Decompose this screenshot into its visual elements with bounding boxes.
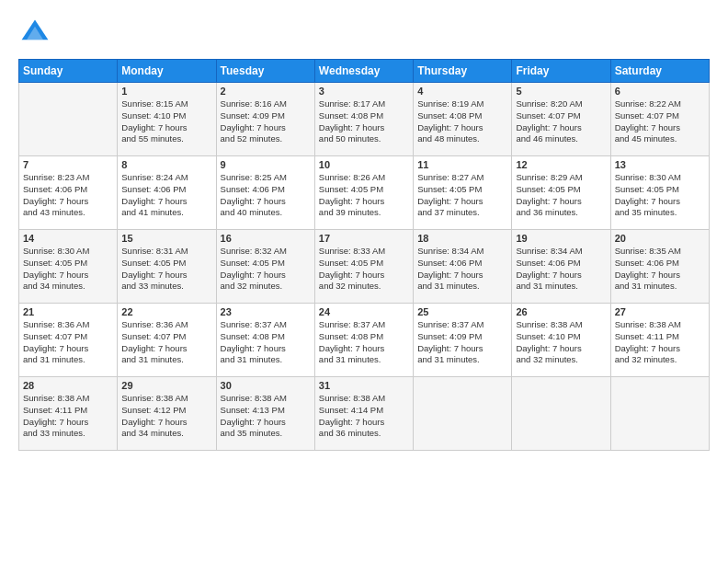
day-info: Sunrise: 8:32 AM Sunset: 4:05 PM Dayligh… (221, 246, 311, 293)
day-info: Sunrise: 8:34 AM Sunset: 4:06 PM Dayligh… (417, 246, 507, 293)
day-cell: 25Sunrise: 8:37 AM Sunset: 4:09 PM Dayli… (414, 304, 512, 377)
day-cell: 27Sunrise: 8:38 AM Sunset: 4:11 PM Dayli… (610, 304, 709, 377)
day-cell: 30Sunrise: 8:38 AM Sunset: 4:13 PM Dayli… (216, 377, 314, 451)
logo-icon (18, 17, 51, 50)
day-info: Sunrise: 8:38 AM Sunset: 4:12 PM Dayligh… (121, 393, 211, 440)
day-info: Sunrise: 8:37 AM Sunset: 4:08 PM Dayligh… (221, 319, 311, 366)
day-cell: 24Sunrise: 8:37 AM Sunset: 4:08 PM Dayli… (314, 304, 413, 377)
day-cell: 23Sunrise: 8:37 AM Sunset: 4:08 PM Dayli… (216, 304, 314, 377)
day-info: Sunrise: 8:38 AM Sunset: 4:11 PM Dayligh… (23, 393, 113, 440)
day-number: 9 (221, 159, 311, 170)
day-number: 5 (516, 86, 606, 97)
day-cell: 10Sunrise: 8:26 AM Sunset: 4:05 PM Dayli… (314, 156, 413, 230)
day-number: 26 (516, 306, 606, 317)
day-cell: 6Sunrise: 8:22 AM Sunset: 4:07 PM Daylig… (610, 83, 709, 156)
day-info: Sunrise: 8:23 AM Sunset: 4:06 PM Dayligh… (23, 172, 113, 219)
day-number: 30 (221, 380, 311, 391)
day-cell: 21Sunrise: 8:36 AM Sunset: 4:07 PM Dayli… (19, 304, 118, 377)
week-row-3: 21Sunrise: 8:36 AM Sunset: 4:07 PM Dayli… (19, 304, 710, 377)
day-number: 17 (319, 233, 409, 244)
day-number: 6 (615, 86, 705, 97)
day-cell: 15Sunrise: 8:31 AM Sunset: 4:05 PM Dayli… (118, 230, 216, 304)
day-info: Sunrise: 8:24 AM Sunset: 4:06 PM Dayligh… (121, 172, 211, 219)
day-info: Sunrise: 8:16 AM Sunset: 4:09 PM Dayligh… (221, 98, 311, 145)
day-number: 24 (319, 306, 409, 317)
week-row-2: 14Sunrise: 8:30 AM Sunset: 4:05 PM Dayli… (19, 230, 710, 304)
day-info: Sunrise: 8:38 AM Sunset: 4:14 PM Dayligh… (319, 393, 409, 440)
day-info: Sunrise: 8:27 AM Sunset: 4:05 PM Dayligh… (417, 172, 507, 219)
day-number: 7 (23, 159, 113, 170)
day-number: 1 (121, 86, 211, 97)
day-number: 22 (121, 306, 211, 317)
day-cell: 26Sunrise: 8:38 AM Sunset: 4:10 PM Dayli… (512, 304, 610, 377)
day-info: Sunrise: 8:38 AM Sunset: 4:13 PM Dayligh… (221, 393, 311, 440)
day-cell: 19Sunrise: 8:34 AM Sunset: 4:06 PM Dayli… (512, 230, 610, 304)
day-cell: 11Sunrise: 8:27 AM Sunset: 4:05 PM Dayli… (414, 156, 512, 230)
day-cell: 20Sunrise: 8:35 AM Sunset: 4:06 PM Dayli… (610, 230, 709, 304)
day-number: 15 (121, 233, 211, 244)
week-row-4: 28Sunrise: 8:38 AM Sunset: 4:11 PM Dayli… (19, 377, 710, 451)
day-info: Sunrise: 8:31 AM Sunset: 4:05 PM Dayligh… (121, 246, 211, 293)
day-number: 8 (121, 159, 211, 170)
day-info: Sunrise: 8:36 AM Sunset: 4:07 PM Dayligh… (121, 319, 211, 366)
day-number: 10 (319, 159, 409, 170)
day-number: 12 (516, 159, 606, 170)
day-info: Sunrise: 8:38 AM Sunset: 4:10 PM Dayligh… (516, 319, 606, 366)
day-info: Sunrise: 8:34 AM Sunset: 4:06 PM Dayligh… (516, 246, 606, 293)
header-row: SundayMondayTuesdayWednesdayThursdayFrid… (19, 60, 710, 83)
header-cell-tuesday: Tuesday (216, 60, 314, 83)
day-info: Sunrise: 8:35 AM Sunset: 4:06 PM Dayligh… (615, 246, 705, 293)
day-number: 21 (23, 306, 113, 317)
day-cell (512, 377, 610, 451)
day-number: 29 (121, 380, 211, 391)
day-cell: 18Sunrise: 8:34 AM Sunset: 4:06 PM Dayli… (414, 230, 512, 304)
day-cell: 17Sunrise: 8:33 AM Sunset: 4:05 PM Dayli… (314, 230, 413, 304)
day-number: 18 (417, 233, 507, 244)
day-cell: 28Sunrise: 8:38 AM Sunset: 4:11 PM Dayli… (19, 377, 118, 451)
day-number: 25 (417, 306, 507, 317)
day-cell: 7Sunrise: 8:23 AM Sunset: 4:06 PM Daylig… (19, 156, 118, 230)
day-cell: 2Sunrise: 8:16 AM Sunset: 4:09 PM Daylig… (216, 83, 314, 156)
header-cell-thursday: Thursday (414, 60, 512, 83)
day-info: Sunrise: 8:30 AM Sunset: 4:05 PM Dayligh… (615, 172, 705, 219)
day-cell: 8Sunrise: 8:24 AM Sunset: 4:06 PM Daylig… (118, 156, 216, 230)
day-cell: 14Sunrise: 8:30 AM Sunset: 4:05 PM Dayli… (19, 230, 118, 304)
day-cell (414, 377, 512, 451)
day-info: Sunrise: 8:20 AM Sunset: 4:07 PM Dayligh… (516, 98, 606, 145)
day-number: 13 (615, 159, 705, 170)
day-number: 31 (319, 380, 409, 391)
day-number: 23 (221, 306, 311, 317)
day-cell: 5Sunrise: 8:20 AM Sunset: 4:07 PM Daylig… (512, 83, 610, 156)
calendar-page: SundayMondayTuesdayWednesdayThursdayFrid… (0, 0, 728, 563)
day-cell: 1Sunrise: 8:15 AM Sunset: 4:10 PM Daylig… (118, 83, 216, 156)
day-cell: 31Sunrise: 8:38 AM Sunset: 4:14 PM Dayli… (314, 377, 413, 451)
day-number: 19 (516, 233, 606, 244)
day-info: Sunrise: 8:25 AM Sunset: 4:06 PM Dayligh… (221, 172, 311, 219)
logo (18, 17, 53, 50)
day-info: Sunrise: 8:15 AM Sunset: 4:10 PM Dayligh… (121, 98, 211, 145)
day-cell: 3Sunrise: 8:17 AM Sunset: 4:08 PM Daylig… (314, 83, 413, 156)
day-info: Sunrise: 8:33 AM Sunset: 4:05 PM Dayligh… (319, 246, 409, 293)
day-info: Sunrise: 8:26 AM Sunset: 4:05 PM Dayligh… (319, 172, 409, 219)
day-number: 16 (221, 233, 311, 244)
calendar-table: SundayMondayTuesdayWednesdayThursdayFrid… (18, 59, 710, 451)
day-info: Sunrise: 8:29 AM Sunset: 4:05 PM Dayligh… (516, 172, 606, 219)
day-cell (610, 377, 709, 451)
header-cell-monday: Monday (118, 60, 216, 83)
day-number: 14 (23, 233, 113, 244)
day-number: 20 (615, 233, 705, 244)
header-cell-sunday: Sunday (19, 60, 118, 83)
day-cell (19, 83, 118, 156)
header-cell-wednesday: Wednesday (314, 60, 413, 83)
day-cell: 9Sunrise: 8:25 AM Sunset: 4:06 PM Daylig… (216, 156, 314, 230)
day-cell: 22Sunrise: 8:36 AM Sunset: 4:07 PM Dayli… (118, 304, 216, 377)
day-cell: 4Sunrise: 8:19 AM Sunset: 4:08 PM Daylig… (414, 83, 512, 156)
day-cell: 16Sunrise: 8:32 AM Sunset: 4:05 PM Dayli… (216, 230, 314, 304)
week-row-0: 1Sunrise: 8:15 AM Sunset: 4:10 PM Daylig… (19, 83, 710, 156)
day-number: 3 (319, 86, 409, 97)
day-number: 28 (23, 380, 113, 391)
header (18, 17, 710, 50)
day-cell: 13Sunrise: 8:30 AM Sunset: 4:05 PM Dayli… (610, 156, 709, 230)
header-cell-saturday: Saturday (610, 60, 709, 83)
day-number: 11 (417, 159, 507, 170)
